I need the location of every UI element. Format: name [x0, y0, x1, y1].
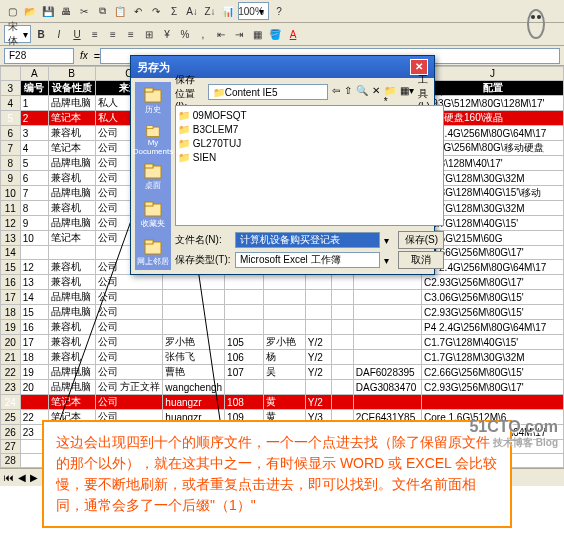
places-item[interactable]: 历史 — [135, 86, 171, 118]
tab-nav-prev[interactable]: ◀ — [18, 472, 26, 483]
filetype-dropdown[interactable]: Microsoft Excel 工作簿 — [235, 252, 380, 268]
places-item[interactable]: 收藏夹 — [135, 200, 171, 232]
sort-desc-icon[interactable]: Z↓ — [202, 3, 218, 19]
save-in-dropdown[interactable]: 📁 Content IE5 — [208, 84, 328, 100]
svg-rect-10 — [145, 202, 153, 206]
places-item[interactable]: My Documents — [135, 124, 171, 156]
table-row[interactable]: 1714品牌电脑公司C3.06G\256M\80G\15' — [1, 290, 564, 305]
zoom-display[interactable]: 100% ▾ — [238, 2, 269, 20]
bold-icon[interactable]: B — [33, 26, 49, 42]
places-item[interactable]: 桌面 — [135, 162, 171, 194]
paste-icon[interactable]: 📋 — [112, 3, 128, 19]
help-icon[interactable]: ? — [271, 3, 287, 19]
table-row[interactable]: 2017兼容机公司罗小艳105罗小艳Y/2C1.7G\128M\40G\15' — [1, 335, 564, 350]
row-header[interactable]: 17 — [1, 290, 21, 305]
table-row[interactable]: 1815品牌电脑公司C2.93G\256M\80G\15' — [1, 305, 564, 320]
save-icon[interactable]: 💾 — [40, 3, 56, 19]
currency-icon[interactable]: ¥ — [159, 26, 175, 42]
back-icon[interactable]: ⇦ — [332, 85, 340, 99]
table-row[interactable]: 24笔记本公司huangzr108黄Y/2 — [1, 395, 564, 410]
merge-icon[interactable]: ⊞ — [141, 26, 157, 42]
delete-icon[interactable]: ✕ — [372, 85, 380, 99]
col-header[interactable]: B — [48, 67, 95, 81]
row-header[interactable]: 6 — [1, 126, 21, 141]
copy-icon[interactable]: ⧉ — [94, 3, 110, 19]
row-header[interactable]: 12 — [1, 216, 21, 231]
border-icon[interactable]: ▦ — [249, 26, 265, 42]
font-name[interactable]: 宋体 ▾ — [4, 25, 31, 43]
name-box[interactable]: F28 — [4, 48, 74, 64]
newfolder-icon[interactable]: 📁* — [384, 85, 396, 99]
row-header[interactable]: 10 — [1, 186, 21, 201]
col-header[interactable]: J — [422, 67, 564, 81]
row-header[interactable]: 3 — [1, 81, 21, 96]
row-header[interactable]: 24 — [1, 395, 21, 410]
clippy-assistant[interactable] — [516, 4, 556, 44]
row-header[interactable]: 26 — [1, 425, 21, 440]
print-icon[interactable]: 🖶 — [58, 3, 74, 19]
filename-input[interactable]: 计算机设备购买登记表 — [235, 232, 380, 248]
col-header[interactable]: A — [20, 67, 48, 81]
row-header[interactable]: 13 — [1, 231, 21, 246]
redo-icon[interactable]: ↷ — [148, 3, 164, 19]
row-header[interactable]: 22 — [1, 365, 21, 380]
new-icon[interactable]: ▢ — [4, 3, 20, 19]
row-header[interactable]: 19 — [1, 320, 21, 335]
row-header[interactable]: 4 — [1, 96, 21, 111]
up-icon[interactable]: ⇧ — [344, 85, 352, 99]
table-row[interactable]: 2118兼容机公司张伟飞106杨Y/2C1.7G\128M\30G\32M — [1, 350, 564, 365]
fill-color-icon[interactable]: 🪣 — [267, 26, 283, 42]
tab-nav-first[interactable]: ⏮ — [4, 472, 14, 483]
row-header[interactable]: 23 — [1, 380, 21, 395]
places-item[interactable]: 网上邻居 — [135, 238, 171, 270]
row-header[interactable]: 15 — [1, 260, 21, 275]
row-header[interactable]: 21 — [1, 350, 21, 365]
row-header[interactable]: 9 — [1, 171, 21, 186]
comma-icon[interactable]: , — [195, 26, 211, 42]
font-color-icon[interactable]: A — [285, 26, 301, 42]
italic-icon[interactable]: I — [51, 26, 67, 42]
indent-inc-icon[interactable]: ⇥ — [231, 26, 247, 42]
table-row[interactable]: 2219品牌电脑公司曹艳107吴Y/2DAF6028395C2.66G\256M… — [1, 365, 564, 380]
indent-dec-icon[interactable]: ⇤ — [213, 26, 229, 42]
tab-nav-next[interactable]: ▶ — [30, 472, 38, 483]
file-item[interactable]: 📁 B3CLEM7 — [178, 122, 441, 136]
row-header[interactable]: 25 — [1, 410, 21, 425]
cancel-button[interactable]: 取消 — [398, 251, 444, 269]
fx-icon[interactable]: fx — [80, 50, 88, 61]
watermark: 51CTO.com 技术博客 Blog — [469, 418, 558, 450]
sort-asc-icon[interactable]: A↓ — [184, 3, 200, 19]
file-item[interactable]: 📁 GL270TUJ — [178, 136, 441, 150]
align-left-icon[interactable]: ≡ — [87, 26, 103, 42]
table-row[interactable]: 1916兼容机公司P4 2.4G\256M\80G\64M\17 — [1, 320, 564, 335]
cut-icon[interactable]: ✂ — [76, 3, 92, 19]
col-header[interactable] — [1, 67, 21, 81]
align-right-icon[interactable]: ≡ — [123, 26, 139, 42]
open-icon[interactable]: 📂 — [22, 3, 38, 19]
row-header[interactable]: 11 — [1, 201, 21, 216]
row-header[interactable]: 14 — [1, 246, 21, 260]
chart-icon[interactable]: 📊 — [220, 3, 236, 19]
undo-icon[interactable]: ↶ — [130, 3, 146, 19]
row-header[interactable]: 16 — [1, 275, 21, 290]
row-header[interactable]: 28 — [1, 454, 21, 468]
search-icon[interactable]: 🔍 — [356, 85, 368, 99]
percent-icon[interactable]: % — [177, 26, 193, 42]
align-center-icon[interactable]: ≡ — [105, 26, 121, 42]
row-header[interactable]: 8 — [1, 156, 21, 171]
row-header[interactable]: 27 — [1, 440, 21, 454]
row-header[interactable]: 5 — [1, 111, 21, 126]
file-item[interactable]: 📁 SIEN — [178, 150, 441, 164]
table-row[interactable]: 2320品牌电脑公司 方正文祥wangchenghDAG3083470C2.93… — [1, 380, 564, 395]
sum-icon[interactable]: Σ — [166, 3, 182, 19]
table-row[interactable]: 1613兼容机公司C2.93G\256M\80G\17' — [1, 275, 564, 290]
svg-rect-6 — [147, 126, 153, 129]
row-header[interactable]: 20 — [1, 335, 21, 350]
views-icon[interactable]: ▦▾ — [400, 85, 414, 99]
file-item[interactable]: 📁 09MOFSQT — [178, 108, 441, 122]
file-list[interactable]: 📁 09MOFSQT📁 B3CLEM7📁 GL270TUJ📁 SIEN — [175, 105, 444, 226]
row-header[interactable]: 7 — [1, 141, 21, 156]
underline-icon[interactable]: U — [69, 26, 85, 42]
row-header[interactable]: 18 — [1, 305, 21, 320]
save-button[interactable]: 保存(S) — [398, 231, 444, 249]
